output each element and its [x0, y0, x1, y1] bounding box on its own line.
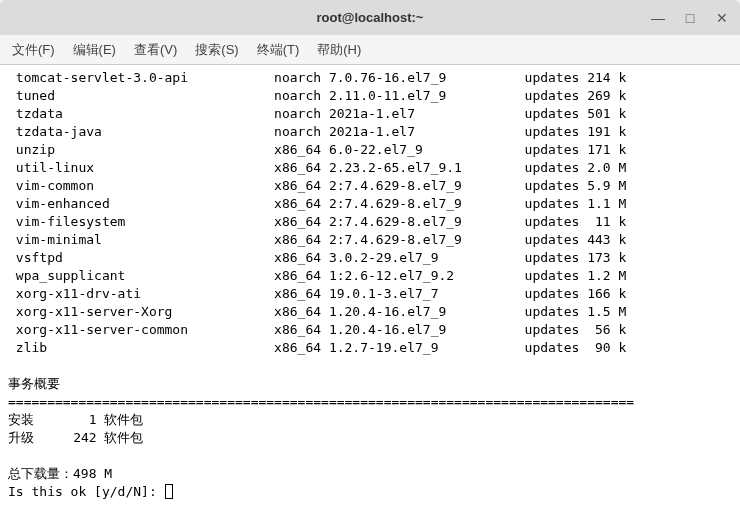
close-icon[interactable]: ✕: [712, 10, 732, 26]
menu-help[interactable]: 帮助(H): [313, 39, 365, 61]
menu-edit[interactable]: 编辑(E): [69, 39, 120, 61]
maximize-icon[interactable]: □: [680, 10, 700, 26]
minimize-icon[interactable]: —: [648, 10, 668, 26]
cursor-icon: [165, 484, 173, 499]
menu-search[interactable]: 搜索(S): [191, 39, 242, 61]
menu-terminal[interactable]: 终端(T): [253, 39, 304, 61]
terminal-output[interactable]: tomcat-servlet-3.0-api noarch 7.0.76-16.…: [0, 65, 740, 505]
window-controls: — □ ✕: [648, 10, 732, 26]
titlebar: root@localhost:~ — □ ✕: [0, 0, 740, 35]
menu-view[interactable]: 查看(V): [130, 39, 181, 61]
menu-file[interactable]: 文件(F): [8, 39, 59, 61]
prompt-text: Is this ok [y/d/N]:: [8, 484, 165, 499]
menubar: 文件(F) 编辑(E) 查看(V) 搜索(S) 终端(T) 帮助(H): [0, 35, 740, 65]
window-title: root@localhost:~: [0, 10, 740, 25]
